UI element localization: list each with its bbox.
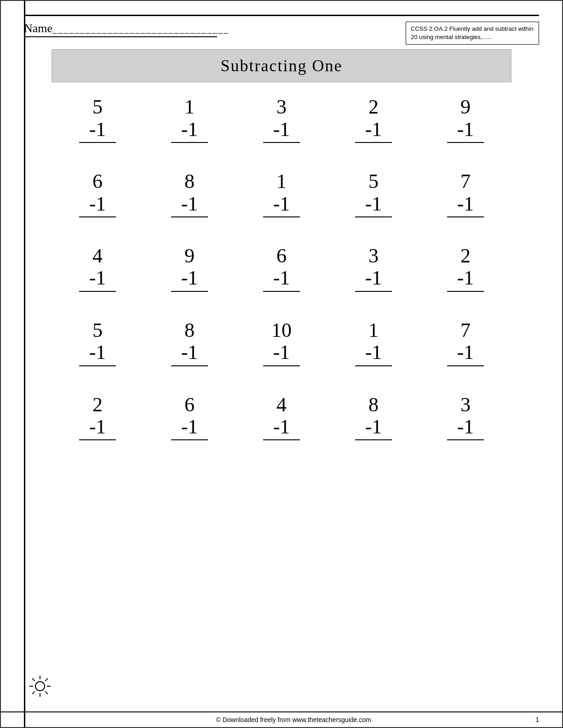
top-number: 4 — [276, 394, 287, 416]
bottom-number: -1 — [447, 193, 484, 217]
top-number: 5 — [92, 319, 103, 341]
svg-line-6 — [45, 678, 48, 681]
problem-5-4: 8 -1 — [337, 394, 410, 441]
sun-svg — [29, 675, 52, 698]
top-number: 10 — [271, 319, 292, 341]
top-number: 8 — [184, 319, 195, 341]
name-label: Name________________________________ — [24, 22, 217, 37]
bottom-number: -1 — [79, 119, 116, 143]
bottom-number: -1 — [355, 341, 392, 366]
problem-row-1: 5 -1 1 -1 3 -1 2 -1 9 -1 — [52, 96, 511, 143]
problem-5-2: 6 -1 — [153, 394, 226, 441]
problem-2-4: 5 -1 — [337, 171, 410, 217]
bottom-number: -1 — [79, 416, 116, 440]
bottom-number: -1 — [355, 267, 392, 291]
top-number: 1 — [368, 319, 379, 341]
footer-page-number: 1 — [535, 716, 539, 723]
problem-3-1: 4 -1 — [61, 245, 134, 292]
bottom-number: -1 — [171, 193, 208, 217]
problem-4-4: 1 -1 — [337, 319, 410, 366]
svg-point-8 — [35, 682, 45, 691]
problem-3-5: 2 -1 — [429, 245, 502, 292]
top-number: 8 — [368, 394, 379, 416]
standard-box: CCSS 2.OA.2 Fluently add and subtract wi… — [406, 22, 539, 45]
top-number: 6 — [92, 171, 103, 193]
problem-1-3: 3 -1 — [245, 96, 318, 143]
problem-3-3: 6 -1 — [245, 245, 318, 292]
problem-1-1: 5 -1 — [61, 96, 134, 143]
problem-row-3: 4 -1 9 -1 6 -1 3 -1 2 -1 — [52, 245, 511, 292]
problem-2-1: 6 -1 — [61, 171, 134, 217]
problem-1-5: 9 -1 — [429, 96, 502, 143]
bottom-number: -1 — [447, 267, 484, 291]
problem-2-3: 1 -1 — [245, 171, 318, 217]
top-number: 1 — [184, 96, 195, 118]
problem-5-5: 3 -1 — [429, 394, 502, 441]
top-number: 9 — [184, 245, 195, 267]
problem-2-2: 8 -1 — [153, 171, 226, 217]
svg-line-7 — [32, 691, 35, 694]
header: Name________________________________ CCS… — [24, 22, 539, 45]
problems-content: 5 -1 1 -1 3 -1 2 -1 9 -1 — [24, 87, 539, 486]
left-border-line — [24, 1, 25, 727]
top-number: 7 — [460, 171, 471, 193]
top-number: 6 — [184, 394, 195, 416]
problem-1-2: 1 -1 — [153, 96, 226, 143]
top-number: 6 — [276, 245, 287, 267]
bottom-number: -1 — [171, 341, 208, 366]
top-number: 3 — [276, 96, 287, 118]
problem-rows: 5 -1 1 -1 3 -1 2 -1 9 -1 — [52, 96, 511, 477]
top-number: 3 — [368, 245, 379, 267]
problem-4-2: 8 -1 — [153, 319, 226, 366]
top-number: 2 — [368, 96, 379, 118]
top-border — [24, 15, 539, 16]
bottom-number: -1 — [79, 267, 116, 291]
bottom-number: -1 — [447, 341, 484, 366]
bottom-number: -1 — [447, 416, 484, 440]
bottom-number: -1 — [79, 341, 116, 366]
bottom-number: -1 — [171, 267, 208, 291]
bottom-number: -1 — [79, 193, 116, 217]
top-number: 4 — [92, 245, 103, 267]
problem-4-5: 7 -1 — [429, 319, 502, 366]
bottom-number: -1 — [171, 416, 208, 440]
bottom-number: -1 — [263, 341, 300, 366]
svg-line-5 — [45, 691, 48, 694]
problem-3-2: 9 -1 — [153, 245, 226, 292]
bottom-number: -1 — [263, 416, 300, 440]
top-number: 3 — [460, 394, 471, 416]
bottom-number: -1 — [355, 416, 392, 440]
svg-line-4 — [32, 678, 35, 681]
bottom-number: -1 — [263, 267, 300, 291]
bottom-number: -1 — [263, 119, 300, 143]
top-number: 5 — [368, 171, 379, 193]
worksheet-title: Subtracting One — [52, 49, 511, 82]
top-number: 5 — [92, 96, 103, 118]
top-number: 2 — [460, 245, 471, 267]
problem-5-3: 4 -1 — [245, 394, 318, 441]
top-number: 1 — [276, 171, 287, 193]
top-number: 8 — [184, 171, 195, 193]
top-number: 7 — [460, 319, 471, 341]
problem-row-2: 6 -1 8 -1 1 -1 5 -1 7 -1 — [52, 171, 511, 217]
bottom-number: -1 — [355, 193, 392, 217]
bottom-number: -1 — [447, 119, 484, 143]
bottom-number: -1 — [171, 119, 208, 143]
footer-bar: © Downloaded freely from www.theteachers… — [1, 711, 562, 727]
problem-4-3: 10 -1 — [245, 319, 318, 366]
bottom-number: -1 — [263, 193, 300, 217]
problem-1-4: 2 -1 — [337, 96, 410, 143]
top-number: 2 — [92, 394, 103, 416]
footer-copyright: © Downloaded freely from www.theteachers… — [52, 716, 535, 723]
problem-5-1: 2 -1 — [61, 394, 134, 441]
sun-icon — [29, 675, 52, 702]
problem-4-1: 5 -1 — [61, 319, 134, 366]
worksheet-page: Name________________________________ CCS… — [0, 0, 563, 728]
top-number: 9 — [460, 96, 471, 118]
problem-row-5: 2 -1 6 -1 4 -1 8 -1 3 -1 — [52, 394, 511, 441]
problem-3-4: 3 -1 — [337, 245, 410, 292]
problem-2-5: 7 -1 — [429, 171, 502, 217]
bottom-number: -1 — [355, 119, 392, 143]
problem-row-4: 5 -1 8 -1 10 -1 1 -1 7 -1 — [52, 319, 511, 366]
